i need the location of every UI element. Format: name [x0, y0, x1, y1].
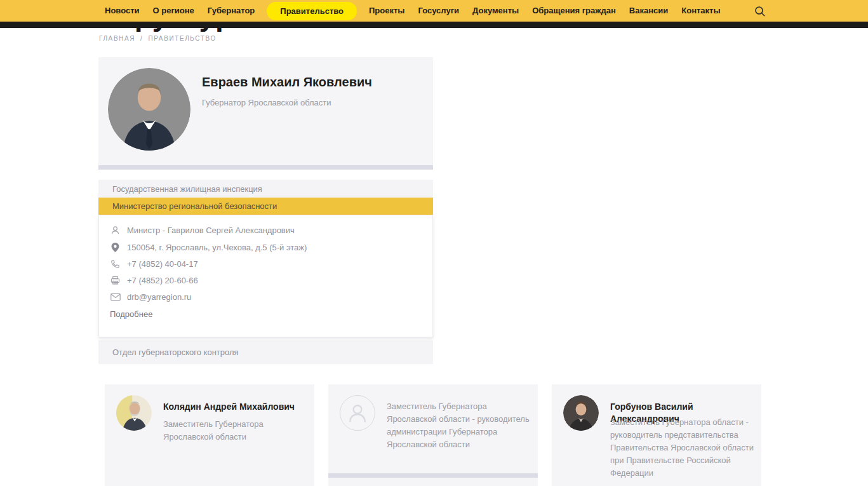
official-card-vacant[interactable]: Заместитель Губернатора Ярославской обла… — [328, 384, 538, 486]
nav-item-governor[interactable]: Губернатор — [208, 0, 255, 22]
dept-details-panel: Министр - Гаврилов Сергей Александрович … — [98, 215, 433, 337]
dept-item-governor-control[interactable]: Отдел губернаторского контроля — [98, 341, 433, 364]
fax-icon — [110, 275, 121, 286]
nav-item-projects[interactable]: Проекты — [369, 0, 404, 22]
email-row[interactable]: drb@yarregion.ru — [110, 292, 191, 302]
nav-item-appeals[interactable]: Обращения граждан — [532, 0, 616, 22]
nav-items: Новости О регионе Губернатор Правительст… — [0, 0, 721, 22]
more-link[interactable]: Подробнее — [110, 309, 152, 319]
phone-icon — [110, 259, 121, 269]
breadcrumb: ГЛАВНАЯ / ПРАВИТЕЛЬСТВО — [99, 35, 217, 42]
email-text: drb@yarregion.ru — [127, 292, 191, 302]
nav-item-government[interactable]: Правительство — [267, 2, 357, 20]
breadcrumb-home[interactable]: ГЛАВНАЯ — [99, 35, 135, 42]
card-divider — [328, 473, 538, 478]
map-pin-icon — [110, 242, 121, 253]
breadcrumb-current[interactable]: ПРАВИТЕЛЬСТВО — [148, 35, 216, 42]
fax-row[interactable]: +7 (4852) 20-60-66 — [110, 275, 198, 286]
nav-item-vacancies[interactable]: Вакансии — [629, 0, 668, 22]
breadcrumb-separator: / — [140, 35, 143, 42]
vacant-position: Заместитель Губернатора Ярославской обла… — [387, 400, 531, 451]
person-icon — [110, 225, 121, 236]
governor-photo — [108, 68, 190, 151]
dept-item-housing-inspection[interactable]: Государственная жилищная инспекция — [98, 180, 433, 198]
governor-position: Губернатор Ярославской области — [202, 98, 331, 107]
nav-item-contacts[interactable]: Контакты — [681, 0, 720, 22]
gorbunov-photo — [563, 395, 599, 431]
search-icon[interactable] — [754, 6, 766, 17]
top-nav: Новости О регионе Губернатор Правительст… — [0, 0, 868, 22]
nav-item-region[interactable]: О регионе — [153, 0, 194, 22]
kolyadin-photo — [116, 395, 152, 431]
nav-item-documents[interactable]: Документы — [472, 0, 519, 22]
minister-row: Министр - Гаврилов Сергей Александрович — [110, 225, 295, 236]
official-card-kolyadin[interactable]: Колядин Андрей Михайлович Заместитель Гу… — [105, 384, 314, 486]
envelope-icon — [110, 292, 121, 302]
address-text: 150054, г. Ярославль, ул.Чехова, д.5 (5-… — [127, 243, 307, 252]
dark-strip — [0, 21, 868, 28]
governor-name: Евраев Михаил Яковлевич — [202, 75, 372, 90]
governor-card: Евраев Михаил Яковлевич Губернатор Яросл… — [98, 57, 433, 165]
official-card-gorbunov[interactable]: Горбунов Василий Александрович Заместите… — [552, 384, 761, 486]
kolyadin-name: Колядин Андрей Михайлович — [163, 401, 306, 413]
nav-item-news[interactable]: Новости — [105, 0, 140, 22]
fax-text: +7 (4852) 20-60-66 — [127, 276, 198, 285]
dept-item-regional-security-active[interactable]: Министерство региональной безопасности — [98, 198, 433, 215]
nav-item-services[interactable]: Госуслуги — [418, 0, 459, 22]
placeholder-avatar-icon — [340, 395, 375, 431]
gorbunov-position: Заместитель Губернатора области - руково… — [610, 416, 755, 480]
minister-text: Министр - Гаврилов Сергей Александрович — [127, 226, 295, 235]
address-row: 150054, г. Ярославль, ул.Чехова, д.5 (5-… — [110, 242, 307, 253]
phone-text: +7 (4852) 40-04-17 — [127, 259, 198, 269]
phone-row[interactable]: +7 (4852) 40-04-17 — [110, 259, 198, 269]
section-divider — [98, 165, 433, 170]
kolyadin-position: Заместитель Губернатора Ярославской обла… — [163, 418, 308, 443]
